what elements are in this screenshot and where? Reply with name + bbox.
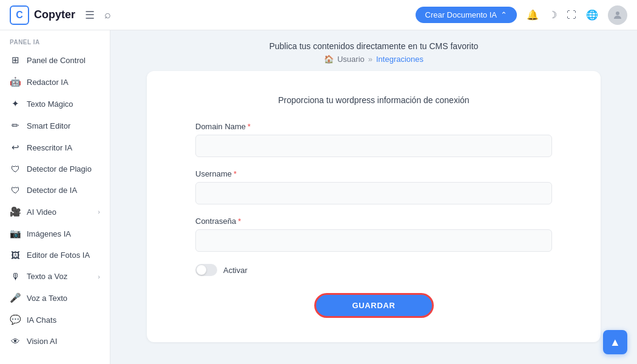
shield-icon: 🛡 bbox=[10, 164, 21, 174]
camera-icon: 📷 bbox=[10, 228, 21, 239]
page-header-title: Publica tus contenidos directamente en t… bbox=[110, 41, 637, 51]
username-required: * bbox=[234, 169, 237, 178]
sidebar-item-vision-ai[interactable]: 👁 Vision AI bbox=[0, 331, 110, 352]
username-label: Username * bbox=[195, 169, 552, 178]
sidebar-item-editor-fotos-ia[interactable]: 🖼 Editor de Fotos IA bbox=[0, 244, 110, 266]
password-group: Contraseña * bbox=[195, 217, 552, 252]
scroll-to-top-button[interactable]: ▲ bbox=[603, 330, 627, 354]
sidebar-item-reescritor-ia[interactable]: ↩ Reescritor IA bbox=[0, 136, 110, 158]
video-icon: 🎥 bbox=[10, 206, 21, 217]
globe-icon[interactable]: 🌐 bbox=[586, 9, 598, 21]
sidebar-item-voz-a-texto[interactable]: 🎤 Voz a Texto bbox=[0, 287, 110, 309]
logo-name: Copyter bbox=[34, 8, 75, 21]
sidebar-item-label: Smart Editor bbox=[27, 121, 70, 130]
sidebar-item-ia-chats[interactable]: 💬 IA Chats bbox=[0, 309, 110, 331]
chat-icon: 💬 bbox=[10, 314, 21, 325]
save-button[interactable]: GUARDAR bbox=[314, 293, 434, 318]
sidebar-section-label: PANEL IA bbox=[0, 30, 110, 49]
bell-icon[interactable]: 🔔 bbox=[527, 9, 539, 21]
sidebar-item-label: Reescritor IA bbox=[27, 143, 72, 152]
breadcrumb: 🏠 Usuario » Integraciones bbox=[110, 55, 637, 64]
sidebar-item-imagenes-ia[interactable]: 📷 Imágenes IA bbox=[0, 223, 110, 244]
breadcrumb-separator: » bbox=[368, 55, 372, 64]
domain-name-group: Domain Name * bbox=[195, 122, 552, 157]
sidebar-item-texto-a-voz[interactable]: 🎙 Texto a Voz › bbox=[0, 266, 110, 287]
password-label: Contraseña * bbox=[195, 217, 552, 226]
sidebar-item-smart-editor[interactable]: ✏ Smart Editor bbox=[0, 115, 110, 136]
sidebar-item-label: Editor de Fotos IA bbox=[27, 251, 90, 260]
username-input[interactable] bbox=[195, 182, 552, 204]
sidebar-item-panel-control[interactable]: ⊞ Panel de Control bbox=[0, 49, 110, 71]
rewrite-icon: ↩ bbox=[10, 142, 21, 153]
footer: Copyright © 2024 Copyter . Todos los der… bbox=[110, 354, 637, 364]
grid-icon: ⊞ bbox=[10, 55, 21, 66]
photo-editor-icon: 🖼 bbox=[10, 250, 21, 260]
robot-icon: 🤖 bbox=[10, 76, 21, 87]
sidebar-item-label: IA Chats bbox=[27, 315, 56, 325]
main-layout: PANEL IA ⊞ Panel de Control 🤖 Redactor I… bbox=[0, 30, 637, 364]
sidebar-item-label: AI Video bbox=[27, 207, 56, 217]
card-subtitle: Proporciona tu wordpress información de … bbox=[195, 95, 552, 105]
pencil-icon: ✏ bbox=[10, 120, 21, 131]
svg-point-0 bbox=[616, 12, 619, 15]
password-required: * bbox=[238, 217, 241, 226]
logo-icon: C bbox=[10, 5, 29, 25]
logo[interactable]: C Copyter bbox=[10, 5, 75, 25]
chevron-up-icon: ⌃ bbox=[500, 10, 507, 19]
topnav-left: C Copyter ☰ ⌕ bbox=[10, 5, 111, 25]
moon-icon[interactable]: ☽ bbox=[548, 9, 557, 21]
expand-icon[interactable]: ⛶ bbox=[567, 10, 576, 21]
save-button-wrapper: GUARDAR bbox=[195, 293, 552, 318]
crear-documento-label: Crear Documento IA bbox=[425, 10, 497, 19]
top-navigation: C Copyter ☰ ⌕ Crear Documento IA ⌃ 🔔 ☽ ⛶… bbox=[0, 0, 637, 30]
activar-toggle-row: Activar bbox=[195, 264, 552, 276]
sidebar: PANEL IA ⊞ Panel de Control 🤖 Redactor I… bbox=[0, 30, 110, 364]
password-input[interactable] bbox=[195, 229, 552, 252]
sidebar-item-label: Redactor IA bbox=[27, 78, 69, 87]
sidebar-item-label: Detector de IA bbox=[27, 186, 77, 195]
main-content: Publica tus contenidos directamente en t… bbox=[110, 30, 637, 364]
sidebar-item-redactor-ia[interactable]: 🤖 Redactor IA bbox=[0, 71, 110, 93]
sidebar-item-label: Vision AI bbox=[27, 337, 57, 346]
avatar[interactable] bbox=[608, 5, 627, 25]
topnav-right: Crear Documento IA ⌃ 🔔 ☽ ⛶ 🌐 bbox=[416, 5, 628, 25]
shield-ai-icon: 🛡 bbox=[10, 185, 21, 195]
activar-toggle[interactable] bbox=[195, 264, 217, 276]
username-group: Username * bbox=[195, 169, 552, 204]
crear-documento-button[interactable]: Crear Documento IA ⌃ bbox=[416, 7, 517, 23]
domain-input[interactable] bbox=[195, 135, 552, 157]
menu-icon[interactable]: ☰ bbox=[85, 8, 95, 22]
magic-icon: ✦ bbox=[10, 98, 21, 109]
home-icon: 🏠 bbox=[324, 55, 334, 64]
chevron-right-icon: › bbox=[98, 273, 100, 280]
toggle-knob bbox=[197, 265, 206, 275]
chevron-up-fab-icon: ▲ bbox=[610, 336, 621, 349]
chevron-right-icon: › bbox=[98, 208, 100, 215]
sidebar-item-label: Detector de Plagio bbox=[27, 164, 92, 174]
sidebar-item-detector-ia[interactable]: 🛡 Detector de IA bbox=[0, 180, 110, 201]
breadcrumb-user: Usuario bbox=[337, 55, 365, 64]
mic-icon: 🎙 bbox=[10, 271, 21, 281]
sidebar-item-label: Imágenes IA bbox=[27, 229, 71, 238]
sidebar-item-ai-video[interactable]: 🎥 AI Video › bbox=[0, 201, 110, 223]
sidebar-item-label: Texto a Voz bbox=[27, 272, 67, 281]
sidebar-item-label: Panel de Control bbox=[27, 56, 86, 65]
page-header: Publica tus contenidos directamente en t… bbox=[110, 30, 637, 71]
sidebar-item-label: Texto Mágico bbox=[27, 99, 73, 109]
sidebar-item-label: Voz a Texto bbox=[27, 294, 67, 303]
search-icon[interactable]: ⌕ bbox=[104, 8, 111, 21]
domain-label: Domain Name * bbox=[195, 122, 552, 131]
eye-icon: 👁 bbox=[10, 336, 21, 346]
breadcrumb-active[interactable]: Integraciones bbox=[376, 55, 423, 64]
mic2-icon: 🎤 bbox=[10, 292, 21, 303]
sidebar-item-texto-magico[interactable]: ✦ Texto Mágico bbox=[0, 93, 110, 115]
sidebar-item-detector-plagio[interactable]: 🛡 Detector de Plagio bbox=[0, 158, 110, 180]
domain-required: * bbox=[248, 122, 251, 131]
toggle-label: Activar bbox=[223, 266, 248, 275]
integration-card: Proporciona tu wordpress información de … bbox=[147, 71, 601, 342]
